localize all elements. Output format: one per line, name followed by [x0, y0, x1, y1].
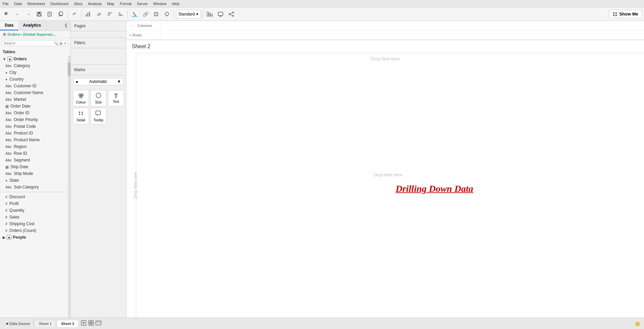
field-discount[interactable]: #Discount — [0, 193, 70, 200]
menu-dashboard[interactable]: Dashboard — [50, 2, 68, 6]
menu-worksheet[interactable]: Worksheet — [27, 2, 45, 6]
new-button[interactable] — [45, 9, 55, 19]
rows-content[interactable] — [160, 31, 644, 39]
view-dropdown[interactable]: Standard ▾ — [176, 10, 201, 19]
svg-rect-22 — [132, 16, 137, 17]
menu-data[interactable]: Data — [14, 2, 22, 6]
viz-button1[interactable] — [205, 9, 214, 19]
sheet1-tab[interactable]: Sheet 1 — [34, 320, 56, 327]
field-ship-mode[interactable]: AbcShip Mode — [0, 170, 70, 177]
menu-window[interactable]: Window — [153, 2, 167, 6]
forward-button[interactable]: → — [24, 9, 33, 19]
back-button[interactable]: ← — [13, 9, 22, 19]
menu-analysis[interactable]: Analysis — [88, 2, 102, 6]
list-icon[interactable]: ☰ — [64, 41, 67, 45]
menu-map[interactable]: Map — [107, 2, 114, 6]
field-market[interactable]: AbcMarket — [0, 96, 70, 103]
svg-marker-51 — [97, 115, 98, 116]
chart-type-button[interactable] — [84, 9, 93, 19]
new-dashboard-icon[interactable] — [88, 320, 94, 327]
field-shipping-cost[interactable]: #Shipping Cost — [0, 220, 70, 227]
fix-axes-button[interactable] — [151, 9, 161, 19]
sort-asc-button[interactable] — [105, 9, 115, 19]
menu-file[interactable]: File — [3, 2, 9, 6]
save-button[interactable] — [34, 9, 44, 19]
present-button[interactable] — [216, 9, 225, 19]
people-section-header[interactable]: ▶ ■ People — [0, 234, 70, 241]
field-postal-code[interactable]: AbcPostal Code — [0, 123, 70, 130]
scrollbar-track — [68, 56, 70, 318]
show-me-button[interactable]: Show Me — [609, 10, 642, 18]
duplicate-button[interactable] — [56, 9, 65, 19]
canvas-area: ⋮⋮ Columns ≡ Rows Sheet 2 Drop field her… — [126, 21, 644, 318]
svg-point-1 — [6, 12, 7, 13]
field-order-id[interactable]: AbcOrder ID — [0, 110, 70, 116]
menu-server[interactable]: Server — [137, 2, 148, 6]
share-button[interactable] — [227, 9, 236, 19]
undo-button[interactable]: ↶ — [70, 9, 79, 19]
svg-point-46 — [79, 112, 80, 113]
field-sub-category[interactable]: AbcSub-Category — [0, 184, 70, 190]
field-country[interactable]: ●Country — [0, 76, 70, 83]
field-category[interactable]: AbcCategory — [0, 62, 70, 69]
field-order-priority[interactable]: AbcOrder Priority — [0, 116, 70, 123]
sort-desc-button[interactable] — [116, 9, 125, 19]
field-product-name[interactable]: AbcProduct Name — [0, 137, 70, 143]
type-abc-icon6: Abc — [5, 118, 12, 122]
marks-detail-button[interactable]: Detail — [73, 108, 89, 124]
tooltip-button[interactable] — [162, 9, 172, 19]
type-hash-icon5: # — [5, 222, 7, 226]
pages-area: Pages — [71, 21, 126, 38]
size-label: Size — [95, 100, 101, 104]
field-row-id[interactable]: AbcRow ID — [0, 150, 70, 157]
drop-field-top: Drop field here — [371, 56, 400, 61]
tab-analytics[interactable]: Analytics — [18, 21, 46, 30]
search-input[interactable] — [4, 41, 54, 45]
orders-section-header[interactable]: ▼ ■ Orders — [0, 56, 70, 62]
link-button[interactable]: 🔗 — [141, 9, 150, 19]
marks-tooltip-button[interactable]: Tooltip — [90, 108, 107, 124]
marks-dropdown-arrow: ▼ — [117, 79, 121, 84]
scrollbar-thumb[interactable] — [68, 62, 70, 76]
home-button[interactable] — [2, 9, 11, 19]
field-quantity[interactable]: #Quantity — [0, 207, 70, 214]
field-sales[interactable]: #Sales — [0, 214, 70, 220]
field-customer-name[interactable]: AbcCustomer Name — [0, 89, 70, 96]
field-city[interactable]: ●City — [0, 69, 70, 76]
type-abc-icon7: Abc — [5, 125, 12, 128]
filter-icon[interactable]: ▦ — [59, 41, 62, 45]
middle-panel: Pages Filters Marks ■ Automatic ▼ — [71, 21, 126, 318]
tables-header: Tables — [0, 48, 70, 56]
new-story-icon[interactable] — [95, 320, 101, 327]
svg-line-36 — [230, 13, 232, 14]
field-state[interactable]: ●State — [0, 177, 70, 184]
sheet2-tab[interactable]: Sheet 2 — [57, 320, 79, 327]
toolbar: ← → ↶ ⇄ 🔗 Standard ▾ — [0, 7, 644, 21]
panel-close[interactable]: ❮ — [62, 21, 70, 30]
marks-size-button[interactable]: Size — [90, 90, 107, 107]
field-order-date[interactable]: ▤Order Date — [0, 103, 70, 110]
canvas-main[interactable]: Drop field here Drop field here Drop fie… — [126, 53, 644, 318]
menu-story[interactable]: Story — [74, 2, 83, 6]
search-icon[interactable]: 🔍 — [54, 41, 58, 45]
menu-format[interactable]: Format — [120, 2, 131, 6]
svg-rect-12 — [86, 14, 87, 17]
field-region[interactable]: AbcRegion — [0, 143, 70, 150]
tab-data[interactable]: Data — [0, 21, 18, 30]
field-ship-date[interactable]: ▤Ship Date — [0, 163, 70, 170]
marks-text-button[interactable]: T Text — [108, 90, 124, 107]
field-segment[interactable]: AbcSegment — [0, 157, 70, 163]
field-profit[interactable]: #Profit — [0, 200, 70, 207]
menu-help[interactable]: Help — [172, 2, 180, 6]
swap-axes-button[interactable]: ⇄ — [94, 9, 104, 19]
field-customer-id[interactable]: AbcCustomer ID — [0, 83, 70, 89]
field-orders-count[interactable]: #Orders (Count) — [0, 227, 70, 234]
columns-content[interactable] — [160, 21, 644, 30]
field-product-id[interactable]: AbcProduct ID — [0, 130, 70, 137]
new-worksheet-icon[interactable] — [81, 320, 87, 327]
marks-colour-button[interactable]: Colour — [73, 90, 89, 107]
marks-type-dropdown[interactable]: ■ Automatic ▼ — [74, 78, 123, 85]
color-picker-button[interactable] — [130, 9, 139, 19]
svg-rect-29 — [211, 14, 212, 16]
data-source-tab[interactable]: ■ Data Source — [3, 320, 34, 327]
